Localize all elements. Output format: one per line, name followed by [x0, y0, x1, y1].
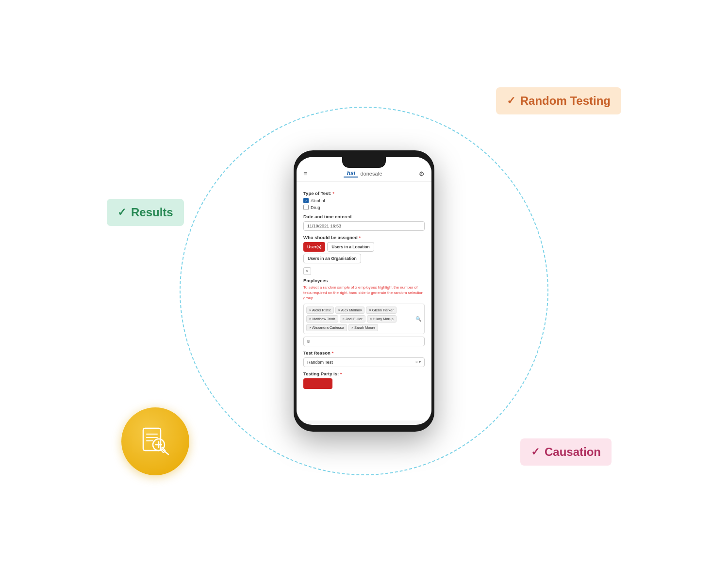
- type-of-test-label: Type of Test: *: [303, 191, 425, 196]
- emp-tag-joel[interactable]: × Joel Fuller: [340, 315, 365, 323]
- phone-screen: ≡ hsi donesafe ⚙ Type of Test:: [297, 157, 431, 425]
- test-reason-text: Test Reason: [303, 350, 331, 356]
- count-input[interactable]: 8: [303, 337, 425, 346]
- employees-hint: To select a random sample of x employees…: [303, 285, 425, 301]
- type-of-test-text: Type of Test:: [303, 191, 331, 196]
- gold-circle-icon: [121, 407, 189, 475]
- tab-location-button[interactable]: Users in a Location: [327, 242, 374, 252]
- x-badge[interactable]: ×: [303, 267, 311, 275]
- tab-organisation-button[interactable]: Users in an Organisation: [303, 254, 361, 263]
- emp-tag-aleks[interactable]: × Aleks Ristic: [306, 307, 334, 314]
- results-check-icon: ✓: [117, 206, 126, 219]
- logo-text: donesafe: [360, 171, 382, 177]
- required-marker-3: *: [331, 350, 333, 356]
- required-marker-4: *: [340, 371, 342, 376]
- document-icon: [138, 424, 172, 458]
- test-reason-value: Random Test: [307, 360, 333, 365]
- select-arrow-icon: × ▾: [415, 360, 421, 364]
- causation-label: Causation: [545, 445, 601, 459]
- emp-tag-matthew[interactable]: × Matthew Trinh: [306, 315, 338, 323]
- employee-tags-container: × Aleks Ristic × Alex Malinov × Glenn Pa…: [303, 304, 425, 334]
- drug-checkbox[interactable]: [303, 205, 309, 210]
- phone-device: ≡ hsi donesafe ⚙ Type of Test:: [294, 150, 434, 432]
- app-content: Type of Test: * ✓ Alcohol Drug Dat: [297, 182, 431, 420]
- hsi-underline: [344, 177, 358, 178]
- date-time-input[interactable]: 11/10/2021 16:53: [303, 221, 425, 231]
- alcohol-checkbox-row[interactable]: ✓ Alcohol: [303, 198, 425, 203]
- results-label: Results: [131, 206, 173, 219]
- testing-party-text: Testing Party is:: [303, 371, 339, 376]
- emp-tag-sarah[interactable]: × Sarah Moore: [348, 324, 379, 331]
- testing-party-label: Testing Party is: *: [303, 371, 425, 376]
- phone-shell: ≡ hsi donesafe ⚙ Type of Test:: [294, 150, 434, 432]
- required-marker-1: *: [332, 191, 334, 196]
- alcohol-label: Alcohol: [311, 198, 325, 203]
- testing-party-red-bar: [303, 378, 332, 389]
- hsi-logo: hsi: [344, 170, 358, 178]
- employees-label: Employees: [303, 278, 425, 283]
- alcohol-check-mark: ✓: [305, 199, 308, 203]
- gear-icon[interactable]: ⚙: [419, 170, 425, 178]
- causation-check-icon: ✓: [531, 446, 540, 458]
- tab-users-button[interactable]: User(s): [303, 242, 325, 252]
- causation-card: ✓ Causation: [520, 438, 612, 466]
- assign-label: Who should be assigned *: [303, 235, 425, 240]
- hsi-letters: hsi: [347, 170, 355, 176]
- assign-tab-group: User(s) Users in a Location Users in an …: [303, 242, 425, 263]
- hamburger-icon[interactable]: ≡: [303, 170, 307, 178]
- alcohol-checkbox[interactable]: ✓: [303, 198, 309, 203]
- logo-area: hsi donesafe: [344, 170, 382, 178]
- random-testing-check-icon: ✓: [507, 95, 515, 107]
- emp-tag-alex[interactable]: × Alex Malinov: [335, 307, 365, 314]
- test-reason-select[interactable]: Random Test × ▾: [303, 357, 425, 367]
- drug-checkbox-row[interactable]: Drug: [303, 205, 425, 210]
- date-time-label: Date and time entered: [303, 214, 425, 219]
- main-scene: ✓ Random Testing ✓ Results ✓ Causation: [97, 48, 631, 534]
- emp-tag-hilary[interactable]: × Hilary Morup: [367, 315, 397, 323]
- results-card: ✓ Results: [107, 199, 184, 226]
- emp-tag-alexandra[interactable]: × Alexandra Cariesso: [306, 324, 347, 331]
- phone-notch: [342, 157, 386, 168]
- random-testing-label: Random Testing: [520, 94, 611, 108]
- required-marker-2: *: [359, 235, 361, 240]
- test-reason-label: Test Reason *: [303, 350, 425, 356]
- random-testing-card: ✓ Random Testing: [496, 87, 621, 114]
- emp-tag-glenn[interactable]: × Glenn Parker: [366, 307, 397, 314]
- employee-search-icon[interactable]: 🔍: [415, 316, 421, 322]
- assign-text: Who should be assigned: [303, 235, 358, 240]
- drug-label: Drug: [311, 205, 320, 210]
